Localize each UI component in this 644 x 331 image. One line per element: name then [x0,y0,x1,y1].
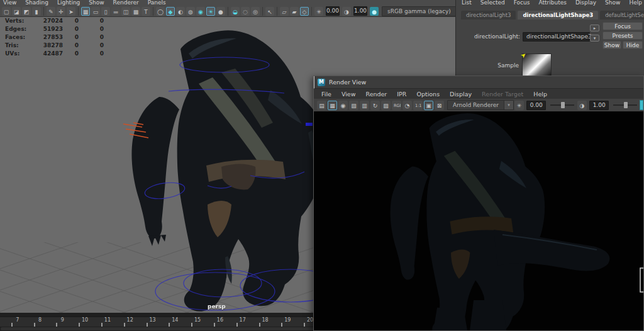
timeline-frame-number[interactable]: 14 [169,317,181,323]
menu-show[interactable]: Show [601,0,625,6]
use-all-lights-icon[interactable]: ☀ [206,7,215,16]
copy-buffer-icon[interactable]: ▱ [280,7,289,16]
menu-lighting[interactable]: Lighting [54,0,86,6]
menu-selected[interactable]: Selected [476,0,509,6]
menu-show[interactable]: Show [86,0,109,6]
tab-directionallight3[interactable]: directionalLight3 [461,11,516,20]
ipr-refresh-icon[interactable]: ↻ [370,101,380,110]
screen-space-ao-icon[interactable]: ◒ [231,7,240,16]
tab-defaultlightset[interactable]: defaultLightSet [600,11,644,20]
render-icon[interactable]: ▤ [317,101,326,110]
menu-ipr[interactable]: IPR [392,91,411,98]
grid-display-icon[interactable]: ▦ [81,7,90,16]
selection-mask-hierarchy-icon[interactable]: ◪ [12,7,21,16]
menu-renderer[interactable]: Renderer [110,0,145,6]
select-tool-icon[interactable]: ↖ [265,7,274,16]
selection-mask-object-icon[interactable]: ◩ [22,7,31,16]
menu-render-target[interactable]: Render Target [477,91,528,98]
sample-swatch[interactable] [522,53,552,78]
letterbox-icon[interactable]: T [142,7,150,16]
gamma-field[interactable]: 1.00 [353,6,367,16]
timeline-frame-number[interactable]: 15 [191,317,204,323]
timeline-frame-number[interactable]: 8 [34,317,47,323]
remove-image-icon[interactable]: ⊠ [435,101,444,110]
alpha-channel-icon[interactable]: ◔ [402,101,412,110]
renderer-dropdown[interactable]: Arnold Renderer ▾ [447,100,514,110]
exposure-field[interactable]: 0.00 [326,6,340,16]
menu-display[interactable]: Display [571,0,601,6]
bounding-box-icon[interactable]: ◐ [176,7,185,16]
timeline-frame-number[interactable]: 7 [11,317,24,323]
chevron-down-icon[interactable]: ▾ [504,101,513,109]
motion-blur-icon[interactable]: ◌ [241,7,250,16]
render-gamma-field[interactable]: 1.00 [589,101,609,110]
show-button[interactable]: Show [602,41,621,49]
timeline-frame-number[interactable]: 10 [79,317,91,323]
ipr-region-icon[interactable]: ▨ [381,101,391,110]
timeline-frame-number[interactable]: 11 [101,317,114,323]
gamma-slider-handle[interactable] [624,102,628,108]
ipr-render-icon[interactable]: ▥ [360,101,369,110]
display-toggle-button[interactable] [640,100,643,110]
exposure-slider[interactable] [550,104,574,106]
view-transform-icon[interactable]: ● [370,7,379,16]
move-tool-icon[interactable]: ✛ [57,7,65,16]
menu-view[interactable]: View [336,91,361,98]
gate-mask-icon[interactable]: ▬ [111,7,120,16]
timeline-frame-number[interactable]: 18 [259,317,272,323]
gamma-slider[interactable] [613,104,637,106]
sculpt-brush-icon[interactable]: ✎ [47,7,55,16]
bookmark-icon[interactable]: ▮ [32,7,41,16]
show-hide-swatches-icon[interactable]: ▾ [590,35,599,42]
smooth-shaded-icon[interactable]: ◆ [166,7,175,16]
wireframe-icon[interactable]: ◯ [156,7,165,16]
render-view-titlebar[interactable]: M Render View [314,76,643,89]
paste-buffer-icon[interactable]: ▰ [290,7,299,16]
wireframe-on-shaded-icon[interactable]: ◉ [196,7,205,16]
shadows-icon[interactable]: ● [216,7,225,16]
menu-help[interactable]: Help [625,0,644,6]
gamma-icon[interactable]: ◑ [577,101,587,110]
select-camera-icon[interactable]: ▢ [2,7,11,16]
timeline-frame-number[interactable]: 17 [236,317,249,323]
presets-button[interactable]: Presets [602,31,643,40]
menu-attributes[interactable]: Attributes [534,0,570,6]
rgb-channels-icon[interactable]: RGB [392,101,401,110]
timeline-frame-number[interactable]: 12 [124,317,136,323]
keep-image-icon[interactable]: ▣ [424,101,433,110]
contrast-icon[interactable]: ◑ [342,7,351,16]
render-exposure-field[interactable]: 0.00 [526,101,546,110]
menu-shading[interactable]: Shading [22,0,54,6]
hide-button[interactable]: Hide [623,41,643,49]
anti-aliasing-icon[interactable]: ◎ [251,7,260,16]
safe-title-icon[interactable]: ▩ [131,7,140,16]
textured-icon[interactable]: ◍ [186,7,195,16]
zoom-one-to-one-icon[interactable]: 1:1 [413,101,423,110]
menu-focus[interactable]: Focus [509,0,535,6]
timeline-frame-number[interactable]: 16 [214,317,226,323]
menu-list[interactable]: List [457,0,476,6]
rendered-image[interactable] [314,111,643,330]
menu-help[interactable]: Help [528,91,552,98]
menu-panels[interactable]: Panels [145,0,172,6]
render-region-icon[interactable]: ▧ [349,101,358,110]
resolution-gate-icon[interactable]: ▯ [101,7,110,16]
pan-zoom-icon[interactable]: ◇ [300,7,309,16]
node-name-field[interactable]: directionalLightShape3 [523,32,590,42]
exposure-icon[interactable]: ✳ [314,7,323,16]
refresh-render-icon[interactable]: ✳ [514,101,524,110]
timeline-frame-number[interactable]: 19 [281,317,294,323]
menu-display[interactable]: Display [445,91,477,98]
copy-tab-icon[interactable]: ▸ [590,25,599,31]
film-gate-icon[interactable]: ▭ [91,7,100,16]
pencil-tool-icon[interactable]: ➤ [67,7,75,16]
focus-button[interactable]: Focus [602,22,643,30]
menu-options[interactable]: Options [411,91,445,98]
snapshot-icon[interactable]: ◉ [338,101,348,110]
timeline-frame-number[interactable]: 13 [147,317,159,323]
menu-view[interactable]: View [0,0,22,6]
view-transform-dropdown[interactable]: sRGB gamma (legacy) ▾ [382,6,466,16]
tab-directionallightshape3[interactable]: directionalLightShape3 [518,11,598,20]
render-last-icon[interactable]: ▦ [328,101,337,110]
exposure-slider-handle[interactable] [561,102,565,108]
